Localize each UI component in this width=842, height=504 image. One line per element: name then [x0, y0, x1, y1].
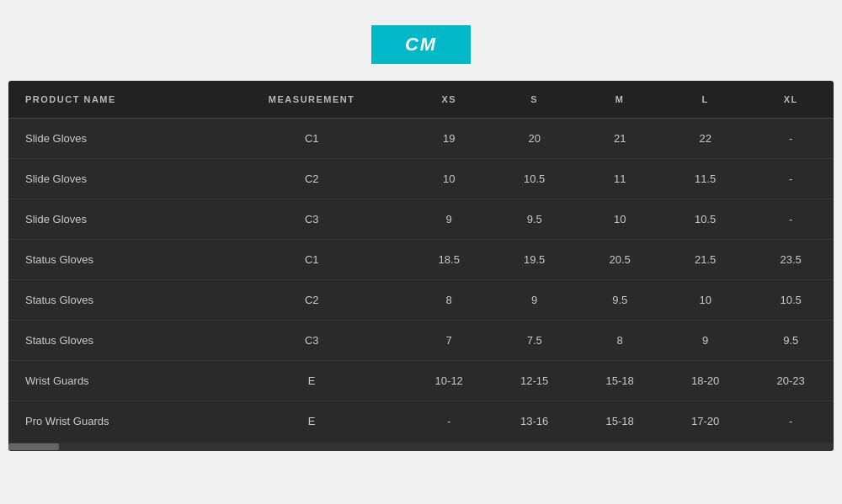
cell-m: 9.5 [577, 280, 662, 321]
cell-measurement: C2 [217, 280, 407, 321]
cell-l: 22 [663, 119, 748, 159]
cell-xl: - [748, 159, 834, 199]
cell-measurement: E [217, 361, 407, 401]
cell-xl: 9.5 [748, 321, 834, 361]
table-row: Status GlovesC377.5899.5 [8, 321, 834, 361]
cell-s: 7.5 [492, 321, 577, 361]
cell-m: 20.5 [577, 240, 662, 280]
table-row: Status GlovesC2899.51010.5 [8, 280, 834, 321]
cell-product_name: Slide Gloves [8, 159, 217, 199]
cell-xs: 18.5 [406, 240, 491, 280]
cell-xl: 23.5 [748, 240, 834, 280]
cell-m: 15-18 [577, 361, 662, 401]
cell-measurement: C1 [217, 119, 407, 159]
cell-m: 8 [577, 321, 662, 361]
cell-product_name: Slide Gloves [8, 199, 217, 240]
cell-measurement: C2 [217, 159, 407, 199]
scrollbar-x-track [8, 443, 834, 450]
cell-measurement: C3 [217, 321, 407, 361]
cell-xl: - [748, 199, 834, 240]
table-body: Slide GlovesC119202122-Slide GlovesC2101… [8, 119, 834, 442]
cell-m: 10 [577, 199, 662, 240]
cell-s: 12-15 [492, 361, 577, 401]
cell-s: 9 [492, 280, 577, 321]
cm-badge: CM [371, 25, 471, 64]
cell-l: 10.5 [663, 199, 748, 240]
col-l: L [663, 81, 748, 119]
cell-xs: 8 [406, 280, 491, 321]
cell-m: 15-18 [577, 401, 662, 442]
cell-xs: 10-12 [406, 361, 491, 401]
table-row: Slide GlovesC21010.51111.5- [8, 159, 834, 199]
col-s: S [492, 81, 577, 119]
table-row: Status GlovesC118.519.520.521.523.5 [8, 240, 834, 280]
table-row: Slide GlovesC119202122- [8, 119, 834, 159]
cell-s: 20 [492, 119, 577, 159]
cell-product_name: Status Gloves [8, 240, 217, 280]
cell-product_name: Slide Gloves [8, 119, 217, 159]
col-xl: XL [748, 81, 834, 119]
cell-l: 11.5 [663, 159, 748, 199]
cell-product_name: Status Gloves [8, 280, 217, 321]
col-measurement: MEASUREMENT [217, 81, 407, 119]
cell-l: 21.5 [663, 240, 748, 280]
table-scroll-area[interactable]: PRODUCT NAME MEASUREMENT XS S M L XL Sli… [8, 81, 834, 441]
cell-s: 19.5 [492, 240, 577, 280]
cell-l: 17-20 [663, 401, 748, 442]
cell-xl: - [748, 401, 834, 442]
scrollbar-x-thumb[interactable] [8, 443, 59, 450]
size-chart-table: PRODUCT NAME MEASUREMENT XS S M L XL Sli… [8, 81, 834, 441]
horizontal-scrollbar[interactable] [8, 443, 834, 451]
cell-xs: - [406, 401, 491, 442]
col-xs: XS [406, 81, 491, 119]
cell-s: 10.5 [492, 159, 577, 199]
cell-l: 18-20 [663, 361, 748, 401]
size-chart-table-container: PRODUCT NAME MEASUREMENT XS S M L XL Sli… [8, 81, 834, 451]
header-row: PRODUCT NAME MEASUREMENT XS S M L XL [8, 81, 834, 119]
col-product-name: PRODUCT NAME [8, 81, 217, 119]
cell-m: 21 [577, 119, 662, 159]
cell-xs: 19 [406, 119, 491, 159]
cm-label: CM [405, 34, 437, 55]
cell-s: 9.5 [492, 199, 577, 240]
col-m: M [577, 81, 662, 119]
cell-l: 10 [663, 280, 748, 321]
cell-l: 9 [663, 321, 748, 361]
table-header: PRODUCT NAME MEASUREMENT XS S M L XL [8, 81, 834, 119]
cell-m: 11 [577, 159, 662, 199]
cell-xl: 10.5 [748, 280, 834, 321]
cell-measurement: C1 [217, 240, 407, 280]
cell-xs: 10 [406, 159, 491, 199]
table-row: Wrist GuardsE10-1212-1515-1818-2020-23 [8, 361, 834, 401]
cell-product_name: Wrist Guards [8, 361, 217, 401]
cell-xl: - [748, 119, 834, 159]
cell-product_name: Pro Wrist Guards [8, 401, 217, 442]
table-row: Slide GlovesC399.51010.5- [8, 199, 834, 240]
table-row: Pro Wrist GuardsE-13-1615-1817-20- [8, 401, 834, 442]
cell-xs: 7 [406, 321, 491, 361]
cell-measurement: C3 [217, 199, 407, 240]
cell-xs: 9 [406, 199, 491, 240]
cell-measurement: E [217, 401, 407, 442]
cell-product_name: Status Gloves [8, 321, 217, 361]
cell-s: 13-16 [492, 401, 577, 442]
cell-xl: 20-23 [748, 361, 834, 401]
